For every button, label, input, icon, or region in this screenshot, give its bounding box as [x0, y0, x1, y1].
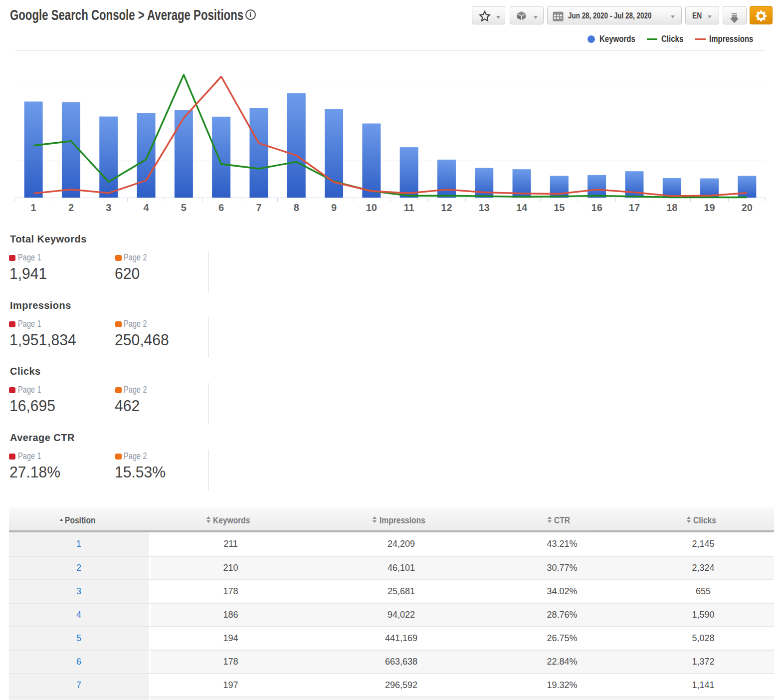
svg-text:12: 12	[441, 202, 452, 213]
svg-text:3: 3	[106, 202, 111, 213]
svg-text:10: 10	[366, 202, 377, 213]
svg-text:5: 5	[181, 202, 187, 213]
svg-text:15: 15	[554, 202, 565, 213]
svg-text:4: 4	[143, 202, 149, 213]
svg-text:7: 7	[256, 202, 261, 213]
svg-text:14: 14	[516, 202, 528, 213]
svg-text:9: 9	[331, 202, 337, 213]
svg-text:17: 17	[629, 202, 640, 213]
svg-text:11: 11	[404, 202, 414, 213]
svg-text:8: 8	[294, 202, 299, 213]
svg-text:2: 2	[68, 202, 74, 213]
svg-text:13: 13	[479, 202, 490, 213]
svg-text:20: 20	[742, 202, 753, 213]
svg-text:18: 18	[666, 202, 677, 213]
svg-text:1: 1	[31, 202, 36, 213]
svg-text:16: 16	[591, 202, 602, 213]
svg-text:6: 6	[218, 202, 224, 213]
svg-text:19: 19	[704, 202, 715, 213]
